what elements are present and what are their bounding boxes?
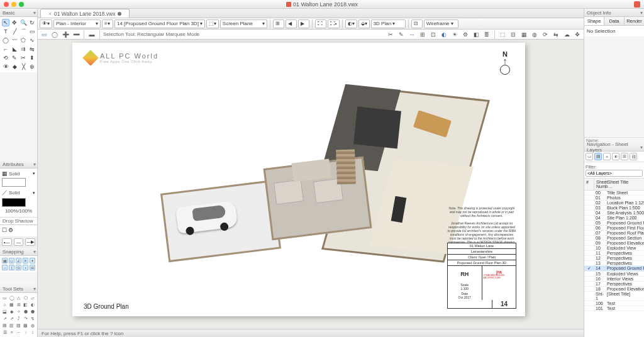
arc-tool[interactable]: ⌒ — [19, 28, 27, 35]
document-tab[interactable]: × 01 Walton Lane 2018.vwx — [40, 9, 130, 18]
sheet-layer-row[interactable]: ✓14Proposed Ground Floor Pla… — [584, 266, 644, 272]
quick-pref-1[interactable]: ✂ — [386, 30, 395, 39]
mode-wall[interactable]: ▬ — [87, 30, 96, 39]
mode-add[interactable]: ➕ — [61, 30, 70, 39]
snap-smart[interactable]: ✦ — [30, 258, 35, 263]
nav-design-layers[interactable]: ▭ — [586, 153, 593, 160]
snap-working[interactable]: ⊞ — [30, 265, 35, 270]
polyline-tool[interactable]: 〰 — [11, 36, 18, 44]
qp-18[interactable]: ❖ — [573, 30, 582, 39]
current-view[interactable]: 3D Plan ▾ — [371, 19, 406, 28]
pen-color[interactable] — [2, 198, 26, 207]
disclosure-icon[interactable]: ▾ — [33, 10, 36, 16]
quick-pref-9[interactable]: ◧ — [472, 30, 480, 39]
quick-pref-8[interactable]: ⚙ — [461, 30, 470, 39]
nav-filter-input[interactable] — [586, 170, 643, 177]
rect-tool[interactable]: ▭ — [28, 28, 36, 35]
mode-lasso[interactable]: ◯ — [50, 30, 59, 39]
fill-style[interactable]: Solid — [9, 171, 20, 177]
object-info-header[interactable]: Object Info▾ — [584, 9, 644, 17]
sheet-layer-row[interactable]: 101Test — [584, 306, 644, 311]
snap-edge[interactable]: ⌊ — [9, 265, 14, 270]
shadow-toggle[interactable]: ☐ — [2, 227, 7, 233]
view-top[interactable]: ⊞ — [273, 19, 284, 28]
zoom-tool[interactable]: 🔍 — [19, 19, 27, 26]
navigation-header[interactable]: Navigation - Sheet Layers▾ — [584, 143, 644, 152]
fill-icon[interactable]: ▦ — [2, 170, 8, 177]
fill-color[interactable] — [2, 178, 26, 187]
attributes-header[interactable]: Attributes▾ — [0, 160, 37, 168]
mode-single[interactable]: ▭ — [40, 30, 48, 39]
nav-columns[interactable]: # Sheet Numb… Sheet Title — [584, 179, 644, 191]
qp-14[interactable]: ◍ — [530, 30, 539, 39]
drawing-canvas[interactable]: ALL PC World Free Apps One Click Away N … — [38, 40, 584, 329]
sheet-layer-row[interactable]: 09Proposed Elevation & 3D — [584, 241, 644, 246]
quick-pref-5[interactable]: ⊡ — [429, 30, 438, 39]
pen-icon[interactable]: ／ — [2, 189, 8, 197]
oi-tab-shape[interactable]: Shape — [584, 17, 604, 25]
nav-viewports[interactable]: ⊞ — [621, 153, 628, 160]
sheet-layer-row[interactable]: 16Interior Views — [584, 277, 644, 282]
line-style[interactable]: — — [14, 238, 24, 246]
snap-distance[interactable]: ↔ — [2, 265, 8, 270]
visibility-tool[interactable]: 👁 — [2, 63, 9, 70]
sheet-layer-row[interactable]: 02Location Plan 1:1250 — [584, 201, 644, 206]
sheet-layer-row[interactable]: 10Exploded View — [584, 246, 644, 251]
sheet-layer-row[interactable]: 08Proposed Section — [584, 236, 644, 241]
qp-17[interactable]: ☁ — [562, 30, 571, 39]
qp-13[interactable]: ▦ — [519, 30, 528, 39]
fit-page[interactable]: ⛶ — [315, 19, 326, 28]
class-visibility-button[interactable]: ≡▾ — [102, 19, 113, 28]
split-tool[interactable]: ╳ — [19, 63, 27, 70]
snap-angle[interactable]: ∠ — [16, 258, 21, 263]
sheet-layer-row[interactable]: 05Proposed Ground Floor Pla… — [584, 221, 644, 226]
freehand-tool[interactable]: ∿ — [28, 36, 36, 44]
shadow-settings[interactable]: ⚙ — [8, 227, 13, 233]
snap-object[interactable]: ◇ — [9, 258, 14, 263]
nav-sheet-layers[interactable]: ▤ — [594, 153, 602, 160]
qp-16[interactable]: ⇆ — [552, 30, 560, 39]
nav-references[interactable]: ⛓ — [630, 153, 637, 160]
sheet-layer-row[interactable]: 12Perspectives — [584, 256, 644, 261]
oi-tab-data[interactable]: Data — [604, 17, 625, 25]
sheet-layer-row[interactable]: 11Perspectives — [584, 251, 644, 256]
oi-tab-render[interactable]: Render — [625, 17, 644, 25]
nav-views[interactable]: 👁 — [612, 153, 619, 160]
eyedropper-tool[interactable]: ✎ — [11, 54, 18, 62]
sheet-layer-row[interactable]: 03Block Plan 1:500 — [584, 206, 644, 211]
line-tool[interactable]: ╱ — [11, 28, 18, 35]
sheet-layer-row[interactable]: 01Photos — [584, 196, 644, 201]
sheet-layer-row[interactable]: 15Exploded Views — [584, 272, 644, 277]
chamfer-tool[interactable]: ◣ — [11, 45, 18, 53]
rotate-tool[interactable]: ⟲ — [2, 54, 9, 62]
sheet-layer-row[interactable]: 18Proposed Elevation & 3D — [584, 287, 644, 292]
render-mode[interactable]: ◐▾ — [345, 19, 357, 28]
nav-classes[interactable]: ≡ — [603, 153, 611, 160]
pen-style[interactable]: Solid — [9, 190, 20, 196]
quick-pref-4[interactable]: ⊞ — [418, 30, 427, 39]
sheet-layer-row[interactable]: 06Proposed First Floor Plan — [584, 226, 644, 231]
drop-shadow-row[interactable]: Drop Shadow — [0, 217, 37, 225]
qp-12[interactable]: ⊟ — [509, 30, 518, 39]
offset-tool[interactable]: ⇉ — [19, 45, 27, 53]
snapping-header[interactable]: Snapping▾ — [0, 248, 37, 256]
view-prev[interactable]: ◀ — [286, 19, 297, 28]
sheet-layer-row[interactable]: 07Proposed Roof Plan — [584, 231, 644, 236]
quick-pref-3[interactable]: ↔ — [408, 30, 416, 39]
flyover-tool[interactable]: ↻ — [28, 19, 36, 26]
ts-1[interactable]: ▭ — [2, 295, 8, 301]
nav-list[interactable]: 00Title Sheet01Photos02Location Plan 1:1… — [584, 191, 644, 337]
mode-sub[interactable]: ➖ — [72, 30, 80, 39]
saved-view-dropdown[interactable]: 14 [Proposed Ground Floor Plan 3D]▾ — [114, 19, 205, 28]
plane-mode[interactable]: ⬚▾ — [206, 19, 219, 28]
layer-visibility-button[interactable]: 👁▾ — [40, 19, 52, 28]
snap-intersect[interactable]: ✕ — [23, 258, 28, 263]
polygon-tool[interactable]: ⬠ — [19, 36, 27, 44]
selection-tool[interactable]: ↖ — [2, 19, 9, 26]
opacity-readout[interactable]: 100%/100% — [2, 207, 35, 215]
qp-11[interactable]: ⬚ — [498, 30, 507, 39]
sheet-layer-row[interactable]: 00Title Sheet — [584, 191, 644, 196]
reshape-tool[interactable]: ◆ — [11, 63, 18, 70]
quick-pref-6[interactable]: ◐ — [440, 30, 448, 39]
end-marker[interactable]: —▶ — [25, 238, 35, 246]
